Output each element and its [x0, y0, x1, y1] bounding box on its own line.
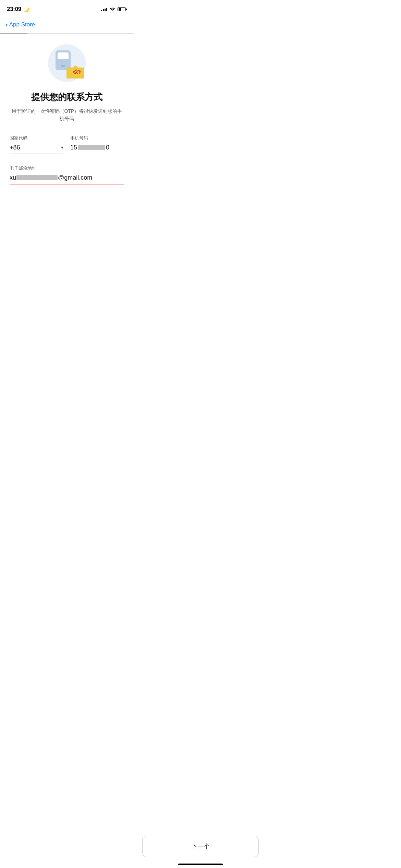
page-subtitle: 用于验证的一次性密码（OTP）将很快发送到您的手机号码: [10, 107, 124, 123]
email-label: 电子邮箱地址: [10, 165, 124, 171]
at-symbol: @: [73, 69, 78, 74]
back-label: App Store: [9, 21, 35, 28]
wifi-icon: [110, 7, 115, 11]
phone-number-group: 手机号码 15 0: [70, 135, 124, 154]
status-left: 23:09 🌙: [7, 6, 29, 13]
email-input-wrapper: xu @gmail.com: [10, 174, 124, 184]
country-code-input-wrapper: +86 +1 +44 +81 +82 ▾: [10, 144, 63, 154]
phone-label: 手机号码: [70, 135, 124, 141]
phone-input-wrapper: 15 0: [70, 144, 124, 154]
email-end: @gmail.com: [58, 174, 92, 181]
phone-end: 0: [106, 144, 109, 151]
phone-form-row: 国家代码 +86 +1 +44 +81 +82 ▾ 手机号码 15 0: [10, 135, 124, 154]
country-code-select[interactable]: +86 +1 +44 +81 +82: [10, 144, 60, 151]
page-title: 提供您的联系方式: [10, 92, 124, 103]
chevron-down-icon: ▾: [61, 145, 63, 150]
main-content: @ @ 提供您的联系方式 用于验证的一次性密码（OTP）将很快发送到您的手机号码…: [0, 34, 134, 232]
country-code-group: 国家代码 +86 +1 +44 +81 +82 ▾: [10, 135, 63, 154]
nav-bar: ‹ App Store: [0, 16, 134, 32]
country-code-label: 国家代码: [10, 135, 63, 141]
back-button[interactable]: ‹ App Store: [5, 21, 35, 28]
page-icon: @ @: [10, 44, 124, 82]
icon-circle: @ @: [48, 44, 86, 82]
email-start: xu: [10, 174, 16, 181]
battery-icon: [118, 7, 127, 11]
email-redacted: [16, 175, 58, 180]
moon-icon: 🌙: [23, 7, 29, 12]
status-time: 23:09: [7, 6, 21, 13]
status-right: [101, 7, 127, 11]
signal-icon: [101, 7, 107, 11]
envelope-icon: @: [66, 65, 84, 79]
back-chevron-icon: ‹: [5, 21, 8, 28]
email-value: xu @gmail.com: [10, 174, 92, 181]
status-bar: 23:09 🌙: [0, 0, 134, 16]
email-group: 电子邮箱地址 xu @gmail.com: [10, 165, 124, 184]
phone-start: 15: [70, 144, 77, 151]
phone-redacted: [78, 145, 105, 150]
